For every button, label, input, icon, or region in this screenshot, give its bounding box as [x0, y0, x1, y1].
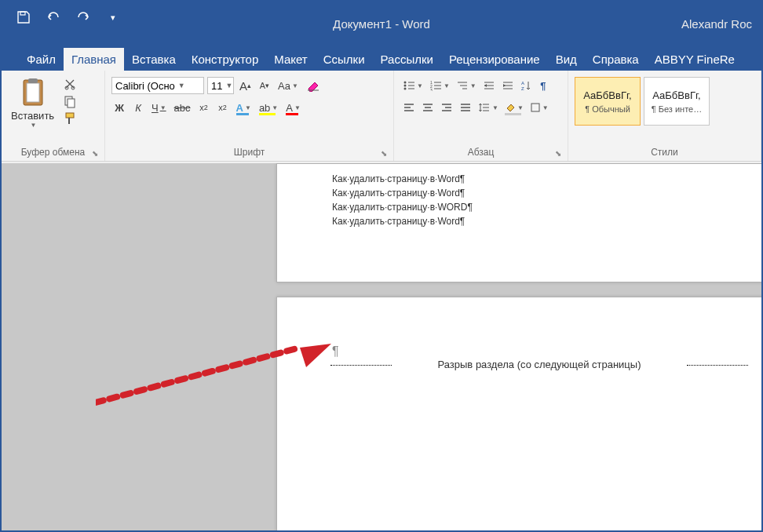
svg-rect-8 [66, 113, 74, 118]
svg-rect-7 [68, 99, 75, 107]
svg-rect-2 [27, 83, 39, 102]
document-area[interactable]: Как·удалить·страницу·в·Word¶ Как·удалить… [2, 163, 761, 530]
clear-formatting-button[interactable] [304, 77, 323, 94]
text-line[interactable]: Как·удалить·страницу·в·Word¶ [332, 186, 723, 200]
group-label-clipboard: Буфер обмена ⬊ [6, 145, 100, 159]
svg-point-11 [404, 88, 407, 90]
style-no-spacing[interactable]: АаБбВвГг, ¶ Без инте… [644, 77, 710, 126]
show-marks-button[interactable]: ¶ [535, 77, 551, 94]
svg-line-18 [96, 348, 300, 403]
svg-text:Z: Z [521, 86, 524, 91]
eraser-icon [306, 79, 320, 92]
svg-text:A: A [521, 81, 524, 86]
align-center-button[interactable] [419, 99, 436, 116]
copy-button[interactable] [62, 94, 78, 108]
page-1[interactable]: Как·удалить·страницу·в·Word¶ Как·удалить… [276, 163, 761, 282]
highlight-button[interactable]: ab▼ [257, 99, 280, 116]
strikethrough-button[interactable]: abc [172, 99, 193, 116]
change-case-button[interactable]: Aa▼ [276, 77, 301, 94]
format-painter-button[interactable] [62, 111, 78, 126]
tab-abbyy[interactable]: ABBYY FineRe [647, 48, 743, 71]
window-title: Документ1 - Word [333, 17, 430, 31]
redo-button[interactable] [75, 9, 91, 25]
tab-view[interactable]: Вид [548, 48, 585, 71]
dialog-launcher-icon[interactable]: ⬊ [555, 149, 561, 158]
user-name: Alexandr Roc [681, 17, 752, 31]
text-line[interactable]: Как·удалить·страницу·в·WORD¶ [332, 200, 723, 214]
tab-layout[interactable]: Макет [266, 48, 315, 71]
chevron-down-icon: ▼ [31, 122, 37, 129]
tab-review[interactable]: Рецензирование [441, 48, 548, 71]
svg-point-10 [404, 85, 407, 87]
tab-mailings[interactable]: Рассылки [373, 48, 441, 71]
page-2[interactable]: ¶ Разрыв раздела (со следующей страницы) [276, 297, 761, 530]
font-name-combo[interactable]: Calibri (Осно▼ [111, 77, 204, 94]
ribbon-tabs: Файл Главная Вставка Конструктор Макет С… [2, 47, 761, 71]
decrease-indent-button[interactable] [480, 77, 498, 94]
grow-font-button[interactable]: A▴ [237, 77, 254, 94]
tab-insert[interactable]: Вставка [124, 48, 184, 71]
numbering-button[interactable]: 123▼ [427, 77, 452, 94]
qat-customize-button[interactable]: ▾ [105, 9, 121, 25]
group-font: Calibri (Осно▼ 11▼ A▴ A▾ Aa▼ Ж К Ч▼ abc … [105, 71, 394, 161]
paste-label: Вставить [11, 110, 54, 122]
chevron-down-icon: ▼ [225, 82, 232, 89]
group-styles: АаБбВвГг, ¶ Обычный АаБбВвГг, ¶ Без инте… [568, 71, 761, 161]
group-label-paragraph: Абзац ⬊ [399, 145, 563, 159]
tab-help[interactable]: Справка [585, 48, 647, 71]
font-color-button[interactable]: A▼ [283, 99, 303, 116]
tab-references[interactable]: Ссылки [316, 48, 373, 71]
tab-design[interactable]: Конструктор [184, 48, 267, 71]
bullets-button[interactable]: ▼ [400, 77, 425, 94]
svg-rect-17 [531, 104, 539, 111]
cut-button[interactable] [62, 77, 78, 91]
bold-button[interactable]: Ж [111, 99, 127, 116]
section-break-marker[interactable]: Разрыв раздела (со следующей страницы) [332, 359, 747, 370]
group-clipboard: Вставить ▼ Буфер обмена ⬊ [2, 71, 105, 161]
group-label-styles: Стили [573, 145, 756, 159]
text-effects-button[interactable]: A▼ [234, 99, 254, 116]
paint-bucket-icon [505, 102, 516, 113]
superscript-button[interactable]: x2 [215, 99, 231, 116]
sort-button[interactable]: AZ [518, 77, 534, 94]
italic-button[interactable]: К [130, 99, 146, 116]
tab-home[interactable]: Главная [64, 48, 124, 71]
group-paragraph: ▼ 123▼ ▼ AZ ¶ ▼ ▼ ▼ [394, 71, 568, 161]
multilevel-list-button[interactable]: ▼ [454, 77, 479, 94]
group-label-font: Шрифт ⬊ [110, 145, 389, 159]
paste-button[interactable]: Вставить ▼ [6, 74, 59, 132]
doc-name: Документ1 [333, 17, 392, 31]
text-line[interactable]: Как·удалить·страницу·в·Word¶ [332, 172, 723, 186]
borders-button[interactable]: ▼ [528, 99, 551, 116]
ribbon: Вставить ▼ Буфер обмена ⬊ [2, 71, 761, 162]
subscript-button[interactable]: x2 [196, 99, 212, 116]
quick-access-toolbar: ▾ [2, 2, 135, 33]
text-line[interactable]: Как·удалить·страницу·в·Word¶ [332, 214, 723, 228]
font-size-combo[interactable]: 11▼ [207, 77, 234, 94]
title-bar: ▾ Документ1 - Word Alexandr Roc [2, 2, 761, 47]
save-button[interactable] [16, 9, 31, 25]
justify-button[interactable] [457, 99, 474, 116]
shading-button[interactable]: ▼ [502, 99, 526, 116]
style-normal[interactable]: АаБбВвГг, ¶ Обычный [575, 77, 641, 126]
undo-button[interactable] [46, 9, 61, 25]
tab-file[interactable]: Файл [19, 48, 64, 71]
align-right-button[interactable] [438, 99, 455, 116]
svg-point-9 [404, 82, 407, 84]
align-left-button[interactable] [400, 99, 418, 116]
underline-button[interactable]: Ч▼ [149, 99, 169, 116]
dialog-launcher-icon[interactable]: ⬊ [92, 149, 98, 158]
increase-indent-button[interactable] [499, 77, 517, 94]
dialog-launcher-icon[interactable]: ⬊ [381, 149, 387, 158]
svg-text:3: 3 [430, 88, 433, 91]
clipboard-icon [19, 77, 47, 108]
svg-rect-3 [28, 78, 38, 83]
shrink-font-button[interactable]: A▾ [257, 77, 272, 94]
app-name: Word [402, 17, 430, 31]
chevron-down-icon: ▼ [178, 82, 185, 89]
pilcrow-icon: ¶ [332, 344, 339, 358]
line-spacing-button[interactable]: ▼ [476, 99, 501, 116]
